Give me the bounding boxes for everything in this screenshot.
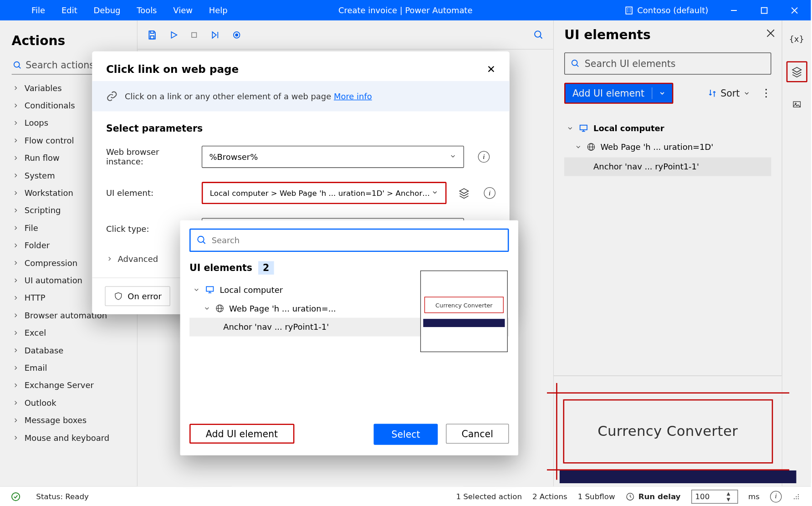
dialog-close-button[interactable]: ✕ [487, 63, 495, 75]
menu-tools[interactable]: Tools [128, 0, 165, 20]
action-category[interactable]: Email [12, 359, 128, 376]
tree-page[interactable]: Web Page 'h ... uration=1D' [564, 138, 771, 156]
search-icon [571, 59, 580, 68]
action-category[interactable]: Database [12, 342, 128, 359]
svg-point-26 [12, 492, 20, 500]
action-category[interactable]: Excel [12, 324, 128, 342]
step-icon[interactable] [210, 30, 220, 39]
preview-label: Currency Converter [598, 423, 738, 440]
panel-close-button[interactable] [766, 29, 775, 40]
globe-icon [215, 304, 224, 313]
svg-rect-37 [206, 286, 213, 291]
picker-add-ui-element-button[interactable]: Add UI element [189, 424, 294, 444]
on-error-button[interactable]: On error [105, 286, 170, 306]
ui-elements-search-input[interactable]: Search UI elements [564, 52, 771, 75]
picker-cancel-button[interactable]: Cancel [446, 424, 509, 444]
add-ui-element-dropdown[interactable] [652, 90, 672, 97]
search-icon[interactable] [533, 30, 544, 40]
layers-icon [791, 66, 802, 78]
tree-page-label: Web Page 'h ... uration=1D' [600, 142, 713, 151]
ui-element-picker-popup: UI elements 2 Local computer Web Page 'h… [180, 220, 518, 455]
play-icon[interactable] [169, 30, 178, 39]
sort-label: Sort [720, 88, 740, 99]
svg-rect-6 [150, 36, 154, 39]
info-icon[interactable]: i [770, 491, 782, 502]
picker-preview: Currency Converter [420, 271, 508, 352]
tree-anchor-label: Anchor 'nav ... ryPoint1-1' [593, 162, 699, 171]
record-icon[interactable] [232, 30, 241, 39]
sort-button[interactable]: Sort [708, 88, 750, 99]
ui-elements-rail-button[interactable] [786, 61, 807, 82]
info-icon[interactable]: i [484, 187, 495, 199]
picker-search-field[interactable] [212, 235, 502, 245]
svg-marker-7 [171, 31, 177, 38]
svg-point-12 [235, 34, 238, 36]
tree-anchor[interactable]: Anchor 'nav ... ryPoint1-1' [564, 158, 771, 176]
dialog-description: Click on a link or any other element of … [125, 92, 331, 101]
picker-heading: UI elements [189, 262, 252, 273]
svg-line-14 [540, 36, 542, 38]
sort-icon [708, 89, 717, 98]
more-menu-button[interactable]: ⋮ [761, 88, 771, 98]
more-info-link[interactable]: More info [334, 92, 372, 101]
images-rail-button[interactable] [786, 94, 807, 115]
run-delay-unit: ms [748, 492, 760, 501]
layers-icon[interactable] [458, 187, 470, 199]
svg-point-15 [572, 60, 577, 66]
variables-rail-button[interactable]: {x} [786, 29, 807, 50]
action-category[interactable]: Outlook [12, 394, 128, 411]
dialog-title: Click link on web page [106, 63, 239, 75]
menu-edit[interactable]: Edit [53, 0, 86, 20]
clock-icon [626, 492, 635, 501]
browser-instance-select[interactable]: %Browser% [202, 146, 464, 168]
svg-point-33 [794, 498, 795, 499]
svg-rect-2 [761, 7, 767, 13]
run-delay-input[interactable]: 100 ▲▼ [691, 490, 738, 504]
window-maximize-button[interactable] [751, 0, 777, 20]
picker-search-input[interactable] [189, 229, 509, 252]
resize-grip-icon[interactable] [792, 492, 801, 501]
svg-marker-34 [460, 189, 468, 194]
action-category[interactable]: Mouse and keyboard [12, 429, 128, 446]
ui-element-select[interactable]: Local computer > Web Page 'h ... uration… [202, 182, 447, 204]
chevron-down-icon [575, 143, 582, 150]
svg-line-16 [577, 65, 578, 66]
svg-rect-5 [150, 31, 154, 33]
tenant-selector[interactable]: Contoso (default) [624, 5, 708, 15]
run-delay-label: Run delay [638, 492, 681, 501]
status-selected: 1 Selected action [456, 492, 522, 501]
status-ok-icon [10, 491, 21, 501]
actions-search-placeholder: Search actions [26, 60, 94, 71]
action-category[interactable]: Exchange Server [12, 377, 128, 394]
chevron-down-icon [193, 286, 200, 293]
action-category[interactable]: Message boxes [12, 412, 128, 429]
add-ui-element-button[interactable]: Add UI element [564, 83, 673, 104]
svg-rect-0 [626, 7, 633, 14]
svg-point-32 [796, 498, 797, 499]
globe-icon [587, 142, 596, 151]
image-icon [791, 100, 802, 109]
menu-file[interactable]: File [23, 0, 53, 20]
svg-marker-23 [792, 67, 801, 72]
svg-point-13 [535, 31, 541, 37]
stop-icon[interactable] [190, 31, 198, 39]
ui-elements-heading: UI elements [564, 27, 651, 42]
picker-anchor-label: Anchor 'nav ... ryPoint1-1' [223, 322, 329, 332]
menu-view[interactable]: View [165, 0, 200, 20]
tree-root[interactable]: Local computer [564, 119, 771, 138]
actions-heading: Actions [12, 33, 128, 48]
save-icon[interactable] [147, 30, 158, 40]
chevron-down-icon [567, 125, 573, 132]
window-close-button[interactable] [781, 0, 807, 20]
on-error-label: On error [128, 291, 162, 301]
menu-help[interactable]: Help [201, 0, 236, 20]
window-minimize-button[interactable] [721, 0, 746, 20]
svg-point-31 [796, 496, 797, 497]
svg-point-28 [798, 494, 799, 495]
svg-rect-8 [192, 32, 196, 37]
info-icon[interactable]: i [478, 151, 490, 163]
parameters-section-heading: Select parameters [106, 123, 495, 134]
menu-debug[interactable]: Debug [86, 0, 129, 20]
picker-select-button[interactable]: Select [374, 424, 438, 445]
ui-elements-search-placeholder: Search UI elements [585, 58, 676, 69]
